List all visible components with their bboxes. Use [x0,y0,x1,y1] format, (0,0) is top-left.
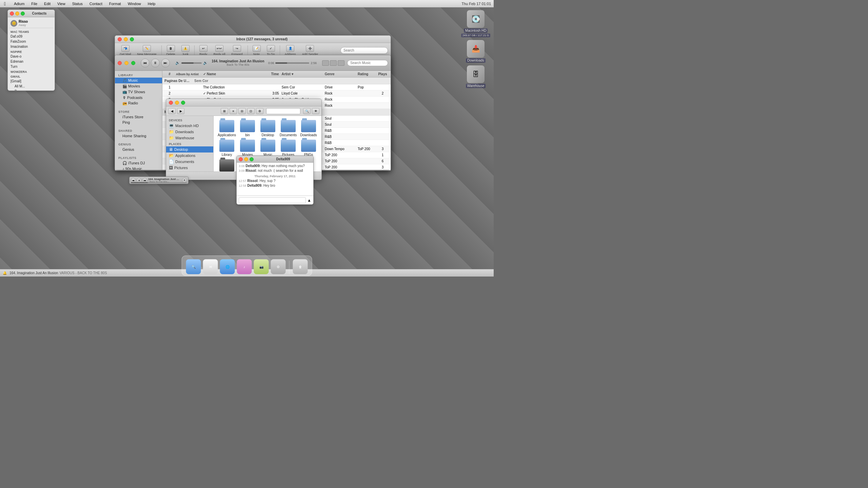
desktop-icon-macintosh-hd[interactable]: 💽 Macintosh HD 249.97 GB / 117.21 G [461,10,490,37]
chat-input-field[interactable] [239,197,306,203]
chat-maximize-button[interactable] [250,157,254,161]
dock-item-finder[interactable]: 🔍 [186,259,201,274]
finder-sidebar-pictures[interactable]: 🖼 Pictures [166,165,213,171]
finder-back-button[interactable]: ◀ [168,108,176,114]
menu-view[interactable]: View [56,2,67,6]
menu-window[interactable]: Window [126,2,142,6]
itunes-search-input[interactable] [347,60,388,66]
itunes-minimize-button[interactable] [124,61,129,65]
finder-folder-movies[interactable]: Movies [239,140,256,157]
finder-sidebar-music[interactable]: 🎵 Music [166,171,213,171]
itunes-home-sharing-item[interactable]: Home Sharing [115,133,162,139]
finder-column-view-button[interactable]: ⊟ [238,108,246,114]
adium-contact-fatezoom[interactable]: FateZoom [9,39,53,44]
finder-folder-public[interactable]: Public [218,159,236,171]
desktop-icon-warehouse[interactable]: 🗄 Warehouse [461,65,490,88]
chat-send-icon[interactable]: ▲ [307,198,311,203]
finder-folder-desktop[interactable]: Desktop [259,120,277,137]
finder-sidebar-desktop[interactable]: 🖥 Desktop [166,146,213,152]
desktop-icon-downloads[interactable]: 📥 Downloads [461,40,490,63]
itunes-ping-item[interactable]: Ping [115,120,162,125]
itunes-forward-button[interactable]: ⏭ [161,59,170,67]
dock-item-sysprefs[interactable]: ⚙ [271,259,286,274]
mail-close-button[interactable] [118,37,122,41]
finder-quick-look-button[interactable]: 👁 [312,108,319,114]
itunes-maximize-button[interactable] [131,61,135,65]
adium-contact-da[interactable]: Da... [9,89,53,90]
dock-item-trash[interactable]: 🗑 [293,259,308,274]
adium-contact-edrenan[interactable]: Edrenan [9,59,53,64]
menu-help[interactable]: Help [146,2,157,6]
finder-folder-library[interactable]: Library [218,140,236,157]
adium-contact-allm[interactable]: All M... [9,84,53,89]
adium-contact-turn[interactable]: Turn [9,64,53,69]
finder-maximize-button[interactable] [181,101,185,105]
finder-folder-music[interactable]: Music [259,140,277,157]
mail-maximize-button[interactable] [130,37,134,41]
finder-sidebar-warehouse[interactable]: 📁 Warehouse [166,135,213,141]
maximize-button[interactable] [21,12,25,16]
dock-item-mail[interactable]: ✉ [203,259,218,274]
app-menu-adium[interactable]: Adium [13,2,26,6]
itunes-list-view-button[interactable] [322,60,329,66]
finder-close-button[interactable] [169,101,173,105]
finder-folder-pictures[interactable]: Pictures [279,140,297,157]
mail-minimize-button[interactable] [124,37,128,41]
itunes-dj-item[interactable]: 🎧 iTunes DJ [115,160,162,166]
mini-expand-button[interactable]: ✕ [182,178,187,183]
finder-list-view-button[interactable]: ≡ [230,108,237,114]
mini-progress-bar[interactable] [131,182,187,183]
itunes-90s-item[interactable]: ♪ 90s Music [115,166,162,170]
itunes-music-item[interactable]: 🎵 Music [115,78,162,83]
dock-item-iphoto[interactable]: 📷 [254,259,269,274]
itunes-progress-slider[interactable] [275,62,309,64]
menu-file[interactable]: File [30,2,39,6]
adium-contact-daf[interactable]: Daf.o09 [9,34,53,39]
itunes-play-pause-button[interactable]: ⏸ [151,59,160,67]
mini-forward-button[interactable]: ⏭ [142,178,147,183]
apple-menu[interactable]:  [3,1,7,6]
itunes-radio-item[interactable]: 📻 Radio [115,100,162,106]
finder-sidebar-macintosh-hd[interactable]: 💻 Macintosh HD [166,123,213,129]
dock-item-safari[interactable]: 🌐 [220,259,235,274]
finder-folder-pngs[interactable]: PNGs [300,140,317,157]
menu-edit[interactable]: Edit [43,2,52,6]
finder-coverflow-button[interactable]: ⊡ [247,108,255,114]
mini-back-button[interactable]: ⏮ [131,178,136,183]
itunes-tvshows-item[interactable]: 📺 TV Shows [115,89,162,95]
itunes-coverflow-button[interactable] [338,60,344,66]
mail-search-input[interactable] [340,47,388,54]
finder-sidebar-downloads[interactable]: 📁 Downloads [166,129,213,135]
finder-folder-applications[interactable]: Applications [218,120,236,137]
finder-search-button[interactable]: 🔍 [303,108,311,114]
finder-sidebar-documents[interactable]: 📄 Documents [166,159,213,165]
itunes-podcasts-item[interactable]: 🎙 Podcasts [115,95,162,100]
finder-action-button[interactable]: ⚙ [256,108,263,114]
itunes-row-1[interactable]: 1 The Collection Sem Cor Drive Pop [162,84,391,90]
finder-folder-bin[interactable]: bin [239,120,256,137]
finder-icon-view-button[interactable]: ⊞ [221,108,228,114]
menu-contact[interactable]: Contact [88,2,104,6]
itunes-genius-item[interactable]: Genius [115,147,162,152]
minimize-button[interactable] [15,12,19,16]
itunes-row-2[interactable]: 2 ✓ Perfect Skin 3:05 Lloyd Cole Rock 2 [162,90,391,97]
close-button[interactable] [10,12,14,16]
itunes-close-button[interactable] [118,61,122,65]
finder-sidebar-applications[interactable]: 📂 Applications [166,152,213,159]
finder-forward-button[interactable]: ▶ [177,108,184,114]
adium-contact-daveo[interactable]: Dave-o [9,54,53,59]
itunes-store-item[interactable]: iTunes Store [115,114,162,120]
menu-status[interactable]: Status [71,2,84,6]
chat-close-button[interactable] [239,157,243,161]
finder-folder-downloads[interactable]: Downloads [300,120,317,137]
chat-minimize-button[interactable] [244,157,248,161]
itunes-movies-item[interactable]: 🎬 Movies [115,83,162,89]
finder-folder-documents[interactable]: Documents [279,120,297,137]
adium-contact-gmail[interactable]: [Gmail] [9,79,53,84]
volume-slider[interactable] [181,62,202,64]
menu-format[interactable]: Format [108,2,122,6]
adium-contact-imacination[interactable]: Imacination [9,44,53,49]
mini-play-pause-button[interactable]: ⏸ [137,178,141,183]
itunes-album-view-button[interactable] [330,60,337,66]
itunes-back-button[interactable]: ⏮ [141,59,150,67]
